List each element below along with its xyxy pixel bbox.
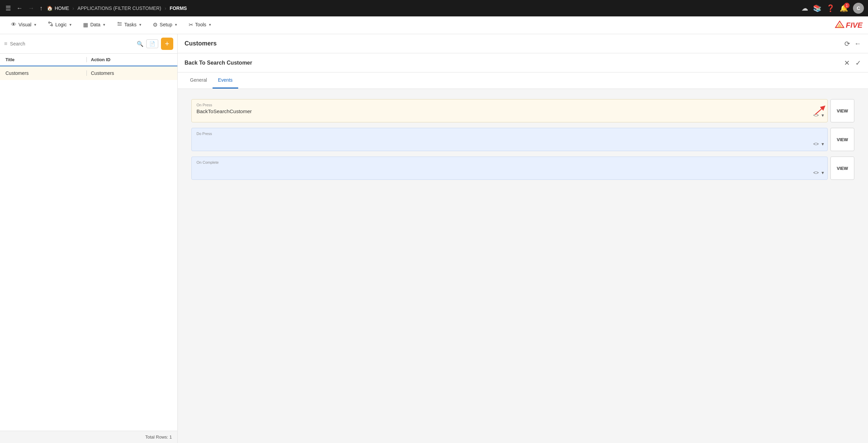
on-press-value: BackToSearchCustomer	[196, 108, 823, 114]
search-icon[interactable]: 🔍	[137, 41, 144, 47]
code-icon-on-press[interactable]: <>	[813, 112, 819, 118]
search-bar: ≡ 🔍 📄 +	[0, 34, 177, 54]
document-button[interactable]: 📄	[146, 39, 158, 48]
visual-arrow: ▼	[33, 23, 37, 27]
nav-item-tasks[interactable]: Tasks ▼	[111, 16, 148, 34]
help-icon[interactable]: ❓	[826, 4, 835, 12]
tasks-arrow: ▼	[138, 23, 142, 27]
second-navigation: 👁 Visual ▼ Logic ▼ ▦ Data ▼ Tasks ▼	[0, 16, 868, 34]
tab-general-label: General	[190, 77, 207, 83]
chevron-down-icon-on-press[interactable]: ▾	[822, 112, 824, 118]
col-header-title: Title	[5, 57, 86, 62]
total-rows-label: Total Rows: 1	[145, 434, 172, 440]
view-button-do-press[interactable]: VIEW	[830, 128, 854, 151]
tabs-bar: General Events	[178, 72, 868, 89]
notification-badge: 1	[844, 3, 850, 8]
home-link[interactable]: 🏠 HOME	[47, 5, 69, 11]
tasks-label: Tasks	[124, 22, 137, 27]
data-icon: ▦	[83, 22, 88, 28]
sub-header-title: Back To Search Customer	[185, 60, 844, 66]
home-icon: 🏠	[47, 5, 53, 11]
breadcrumb-forms[interactable]: FORMS	[169, 5, 187, 11]
on-press-label: On Press	[196, 103, 823, 107]
setup-arrow: ▼	[174, 23, 178, 27]
code-icon-on-complete[interactable]: <>	[813, 170, 819, 175]
logic-label: Logic	[55, 22, 67, 27]
nav-item-tools[interactable]: ✂ Tools ▼	[183, 16, 217, 34]
up-arrow-icon[interactable]: ↑	[38, 3, 44, 13]
add-button[interactable]: +	[161, 38, 173, 50]
setup-icon: ⚙	[153, 22, 158, 28]
search-input[interactable]	[10, 41, 134, 46]
code-icon-do-press[interactable]: <>	[813, 141, 819, 147]
on-complete-label: On Complete	[196, 160, 823, 164]
do-press-field[interactable]: Do Press <> ▾	[191, 128, 828, 151]
data-arrow: ▼	[103, 23, 106, 27]
right-panel-header: Customers ⟳ ←	[178, 34, 868, 53]
main-container: ≡ 🔍 📄 + Title Action ID Customers Custom…	[0, 34, 868, 443]
table-footer: Total Rows: 1	[0, 431, 177, 443]
nav-item-logic[interactable]: Logic ▼	[42, 16, 78, 34]
right-panel-title: Customers	[185, 40, 844, 47]
visual-label: Visual	[18, 22, 31, 27]
five-logo-icon	[835, 21, 844, 30]
tools-arrow: ▼	[208, 23, 212, 27]
breadcrumb-separator-1: ›	[72, 5, 74, 11]
view-button-on-press[interactable]: VIEW	[830, 99, 854, 122]
nav-item-visual[interactable]: 👁 Visual ▼	[5, 16, 42, 34]
document-icon: 📄	[149, 41, 155, 46]
close-panel-icon[interactable]: ←	[854, 40, 861, 48]
sub-header-close-icon[interactable]: ✕	[844, 59, 850, 67]
nav-item-setup[interactable]: ⚙ Setup ▼	[147, 16, 183, 34]
view-button-on-complete[interactable]: VIEW	[830, 157, 854, 180]
on-complete-icons: <> ▾	[813, 170, 824, 175]
tools-label: Tools	[195, 22, 206, 27]
logic-icon	[48, 21, 53, 28]
left-panel: ≡ 🔍 📄 + Title Action ID Customers Custom…	[0, 34, 178, 443]
forward-arrow-icon[interactable]: →	[27, 3, 36, 13]
hamburger-menu-icon[interactable]: ☰	[4, 3, 12, 13]
top-navigation: ☰ ← → ↑ 🏠 HOME › APPLICATIONS (FILTER CU…	[0, 0, 868, 16]
notifications-icon[interactable]: 🔔 1	[840, 4, 848, 12]
breadcrumb-applications[interactable]: APPLICATIONS (FILTER CUSTOMER)	[78, 5, 161, 11]
right-panel: Customers ⟳ ← Back To Search Customer ✕ …	[178, 34, 868, 443]
breadcrumb-separator-2: ›	[165, 5, 166, 11]
five-logo: FIVE	[835, 21, 863, 30]
row-title: Customers	[5, 70, 86, 76]
on-press-field[interactable]: On Press BackToSearchCustomer <> ▾	[191, 99, 828, 122]
event-row-do-press: Do Press <> ▾ VIEW	[191, 128, 854, 151]
tab-general[interactable]: General	[185, 72, 213, 89]
chevron-down-icon-do-press[interactable]: ▾	[822, 141, 824, 147]
tab-events[interactable]: Events	[213, 72, 238, 89]
row-action-id: Customers	[86, 70, 172, 76]
svg-point-0	[49, 22, 50, 23]
avatar[interactable]: C	[853, 3, 864, 14]
filter-icon[interactable]: ≡	[4, 41, 7, 47]
tasks-icon	[117, 21, 122, 28]
sub-header-actions: ✕ ✓	[844, 59, 861, 67]
back-arrow-icon[interactable]: ←	[15, 3, 24, 13]
table-row[interactable]: Customers Customers	[0, 66, 177, 80]
events-content: On Press BackToSearchCustomer <> ▾ VIEW	[178, 89, 868, 190]
top-nav-right-actions: ☁ 📚 ❓ 🔔 1 C	[801, 3, 864, 14]
sub-header-check-icon[interactable]: ✓	[855, 59, 861, 67]
visual-icon: 👁	[11, 22, 16, 28]
col-header-action-id: Action ID	[86, 57, 172, 62]
setup-label: Setup	[160, 22, 172, 27]
on-press-icons: <> ▾	[813, 112, 824, 118]
do-press-label: Do Press	[196, 132, 823, 136]
cloud-icon[interactable]: ☁	[801, 4, 808, 12]
nav-item-data[interactable]: ▦ Data ▼	[78, 16, 111, 34]
on-complete-field[interactable]: On Complete <> ▾	[191, 157, 828, 180]
history-icon[interactable]: ⟳	[844, 40, 850, 48]
tab-events-label: Events	[218, 77, 233, 83]
do-press-icons: <> ▾	[813, 141, 824, 147]
table-header: Title Action ID	[0, 54, 177, 66]
home-label: HOME	[55, 5, 69, 11]
chevron-down-icon-on-complete[interactable]: ▾	[822, 170, 824, 175]
library-icon[interactable]: 📚	[813, 4, 822, 12]
event-row-on-press: On Press BackToSearchCustomer <> ▾ VIEW	[191, 99, 854, 122]
tools-icon: ✂	[189, 22, 193, 28]
logic-arrow: ▼	[69, 23, 72, 27]
right-panel-header-actions: ⟳ ←	[844, 40, 861, 48]
